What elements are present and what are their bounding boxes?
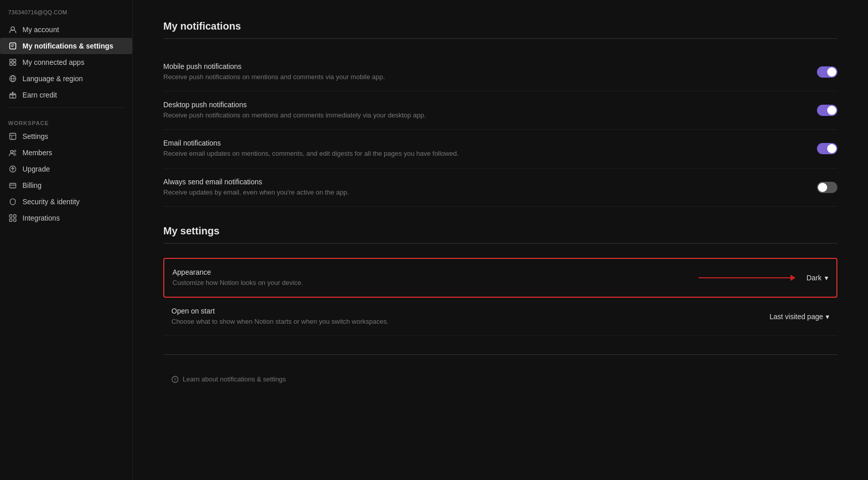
sidebar-item-earn-credit[interactable]: Earn credit — [0, 87, 132, 103]
always-email-name: Always send email notifications — [163, 178, 349, 186]
integrations-icon — [8, 213, 17, 223]
my-settings-section: My settings Appearance Customize how Not… — [163, 225, 837, 383]
toggle-thumb — [827, 144, 836, 153]
svg-rect-20 — [10, 183, 16, 188]
sidebar-item-label: Integrations — [22, 214, 60, 222]
appearance-value: Dark — [806, 274, 822, 282]
appearance-row[interactable]: Appearance Customize how Notion looks on… — [163, 258, 837, 298]
desktop-push-name: Desktop push notifications — [163, 101, 426, 109]
settings-divider — [163, 243, 837, 244]
members-icon — [8, 148, 17, 157]
svg-rect-4 — [10, 59, 12, 62]
toggle-thumb — [827, 67, 836, 77]
arrow-line — [699, 277, 790, 278]
desktop-push-info: Desktop push notifications Receive push … — [163, 101, 426, 120]
sidebar-item-label: Members — [22, 149, 52, 157]
arrow-head — [790, 275, 796, 281]
email-notifications-desc: Receive email updates on mentions, comme… — [163, 149, 459, 158]
sidebar-item-settings[interactable]: Settings — [0, 128, 132, 145]
sidebar-item-label: Billing — [22, 181, 41, 189]
email-notifications-name: Email notifications — [163, 139, 459, 147]
mobile-push-desc: Receive push notifications on mentions a… — [163, 73, 385, 82]
open-on-start-row: Open on start Choose what to show when N… — [163, 298, 837, 336]
svg-rect-25 — [14, 219, 16, 222]
toggle-track — [817, 143, 837, 154]
sidebar-item-label: Security & identity — [22, 198, 80, 206]
sidebar-item-label: Earn credit — [22, 91, 57, 99]
appearance-desc: Customize how Notion looks on your devic… — [172, 278, 303, 287]
sidebar-item-label: Settings — [22, 132, 48, 140]
svg-point-17 — [11, 151, 13, 153]
sidebar-item-label: Language & region — [22, 75, 83, 83]
svg-rect-14 — [10, 133, 16, 139]
toggle-track — [817, 66, 837, 78]
always-email-info: Always send email notifications Receive … — [163, 178, 349, 197]
workspace-section-label: WORKSPACE — [0, 112, 132, 128]
svg-rect-5 — [13, 59, 16, 62]
svg-rect-22 — [10, 215, 12, 218]
always-email-row: Always send email notifications Receive … — [163, 169, 837, 207]
appearance-dropdown[interactable]: Dark ▾ — [806, 274, 828, 282]
email-notifications-toggle[interactable] — [817, 143, 837, 154]
toggle-track — [817, 105, 837, 116]
mobile-push-toggle[interactable] — [817, 66, 837, 78]
sidebar-item-upgrade[interactable]: Upgrade — [0, 161, 132, 177]
help-circle-icon: ? — [171, 376, 179, 383]
settings-title: My settings — [163, 225, 837, 237]
arrow-annotation — [699, 275, 796, 281]
sidebar-item-my-connected-apps[interactable]: My connected apps — [0, 54, 132, 70]
desktop-push-toggle[interactable] — [817, 105, 837, 116]
sidebar-item-my-notifications[interactable]: My notifications & settings — [0, 38, 132, 54]
shield-icon — [8, 197, 17, 206]
sidebar-item-security-identity[interactable]: Security & identity — [0, 194, 132, 210]
sidebar: 736340716@QQ.COM My account My notificat… — [0, 0, 133, 480]
sidebar-item-my-account[interactable]: My account — [0, 21, 132, 38]
mobile-push-info: Mobile push notifications Receive push n… — [163, 62, 385, 82]
table-icon — [8, 132, 17, 141]
sidebar-item-members[interactable]: Members — [0, 145, 132, 161]
appearance-info: Appearance Customize how Notion looks on… — [172, 268, 303, 287]
sidebar-item-language-region[interactable]: Language & region — [0, 70, 132, 87]
desktop-push-desc: Receive push notifications on mentions a… — [163, 111, 426, 120]
sidebar-item-label: My connected apps — [22, 58, 84, 66]
upgrade-icon — [8, 164, 17, 174]
toggle-track — [817, 182, 837, 193]
open-on-start-name: Open on start — [171, 307, 389, 315]
open-on-start-value: Last visited page — [770, 313, 823, 321]
bottom-divider — [163, 354, 837, 355]
sidebar-item-label: My notifications & settings — [22, 42, 113, 50]
svg-rect-24 — [10, 219, 12, 222]
chevron-down-icon: ▾ — [826, 313, 829, 321]
always-email-toggle[interactable] — [817, 182, 837, 193]
notifications-title: My notifications — [163, 20, 837, 32]
notifications-divider — [163, 38, 837, 39]
person-icon — [8, 25, 17, 34]
bell-icon — [8, 41, 17, 51]
svg-rect-6 — [10, 63, 12, 65]
footer-link[interactable]: ? Learn about notifications & settings — [163, 375, 837, 383]
footer-link-text: Learn about notifications & settings — [183, 375, 286, 383]
email-notifications-row: Email notifications Receive email update… — [163, 130, 837, 168]
gift-icon — [8, 90, 17, 100]
svg-rect-7 — [13, 63, 16, 65]
desktop-push-row: Desktop push notifications Receive push … — [163, 91, 837, 130]
globe-icon — [8, 74, 17, 83]
appearance-name: Appearance — [172, 268, 303, 276]
svg-text:?: ? — [173, 377, 176, 382]
sidebar-item-billing[interactable]: Billing — [0, 177, 132, 194]
main-content: My notifications Mobile push notificatio… — [133, 0, 868, 480]
user-email: 736340716@QQ.COM — [0, 5, 132, 21]
sidebar-item-integrations[interactable]: Integrations — [0, 210, 132, 226]
toggle-thumb — [818, 183, 827, 192]
billing-icon — [8, 181, 17, 190]
always-email-desc: Receive updates by email, even when you'… — [163, 188, 349, 197]
chevron-down-icon: ▾ — [825, 274, 828, 282]
svg-rect-23 — [14, 215, 16, 218]
apps-icon — [8, 58, 17, 67]
open-on-start-dropdown[interactable]: Last visited page ▾ — [770, 313, 829, 321]
open-on-start-info: Open on start Choose what to show when N… — [171, 307, 389, 326]
svg-rect-1 — [10, 43, 16, 49]
sidebar-item-label: Upgrade — [22, 165, 50, 173]
mobile-push-name: Mobile push notifications — [163, 62, 385, 70]
sidebar-divider — [8, 107, 124, 108]
